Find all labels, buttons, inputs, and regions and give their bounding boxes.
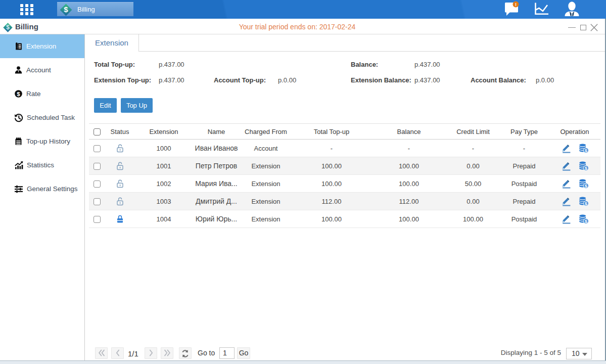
svg-text:$: $ xyxy=(585,183,587,188)
svg-text:$: $ xyxy=(585,165,587,170)
svg-text:$: $ xyxy=(585,201,587,206)
svg-text:$: $ xyxy=(17,91,20,97)
svg-text:$: $ xyxy=(585,148,587,153)
svg-text:!: ! xyxy=(515,2,517,7)
svg-text:$: $ xyxy=(585,218,587,223)
